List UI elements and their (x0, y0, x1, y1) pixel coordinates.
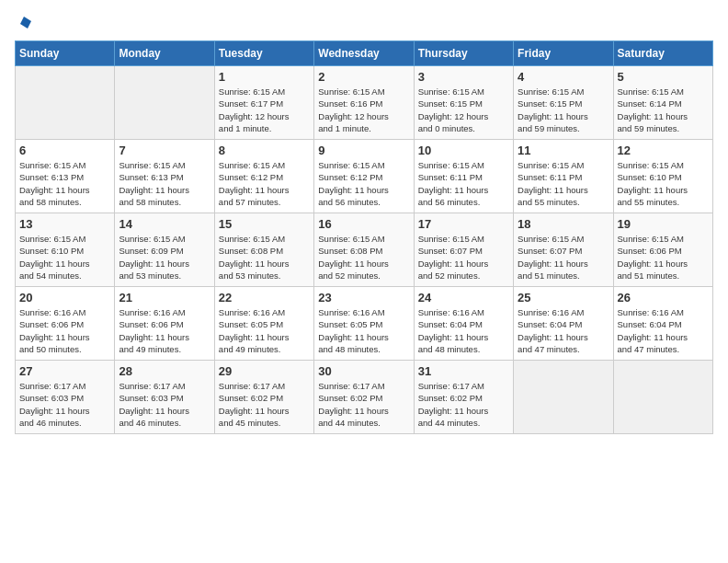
day-number: 5 (618, 70, 709, 84)
calendar-cell: 11Sunrise: 6:15 AM Sunset: 6:11 PM Dayli… (514, 140, 613, 213)
day-number: 2 (318, 70, 409, 84)
day-info: Sunrise: 6:17 AM Sunset: 6:03 PM Dayligh… (19, 380, 110, 429)
day-number: 18 (518, 217, 609, 231)
day-number: 7 (119, 144, 210, 157)
day-info: Sunrise: 6:16 AM Sunset: 6:04 PM Dayligh… (518, 306, 609, 355)
page-header (15, 15, 713, 33)
day-number: 30 (318, 364, 409, 378)
header-sunday: Sunday (16, 41, 115, 66)
day-info: Sunrise: 6:15 AM Sunset: 6:15 PM Dayligh… (518, 86, 609, 134)
day-number: 8 (219, 144, 310, 157)
header-saturday: Saturday (613, 41, 712, 66)
day-info: Sunrise: 6:15 AM Sunset: 6:10 PM Dayligh… (618, 159, 709, 208)
day-number: 28 (119, 364, 210, 378)
calendar-cell: 8Sunrise: 6:15 AM Sunset: 6:12 PM Daylig… (214, 140, 313, 213)
calendar-table: SundayMondayTuesdayWednesdayThursdayFrid… (15, 40, 713, 434)
day-info: Sunrise: 6:15 AM Sunset: 6:07 PM Dayligh… (418, 233, 509, 282)
day-number: 24 (418, 291, 509, 304)
header-monday: Monday (115, 41, 214, 66)
logo-icon (17, 15, 33, 31)
calendar-week-4: 20Sunrise: 6:16 AM Sunset: 6:06 PM Dayli… (16, 287, 713, 361)
day-number: 16 (318, 217, 409, 231)
day-info: Sunrise: 6:15 AM Sunset: 6:07 PM Dayligh… (518, 233, 609, 282)
day-info: Sunrise: 6:15 AM Sunset: 6:09 PM Dayligh… (119, 233, 210, 282)
calendar-cell: 7Sunrise: 6:15 AM Sunset: 6:13 PM Daylig… (115, 140, 214, 213)
calendar-cell: 31Sunrise: 6:17 AM Sunset: 6:02 PM Dayli… (414, 361, 513, 434)
calendar-cell: 26Sunrise: 6:16 AM Sunset: 6:04 PM Dayli… (613, 287, 712, 361)
day-number: 11 (518, 144, 609, 157)
calendar-cell: 24Sunrise: 6:16 AM Sunset: 6:04 PM Dayli… (414, 287, 513, 361)
day-info: Sunrise: 6:15 AM Sunset: 6:08 PM Dayligh… (318, 233, 409, 282)
day-number: 3 (418, 70, 509, 84)
calendar-cell: 14Sunrise: 6:15 AM Sunset: 6:09 PM Dayli… (115, 213, 214, 287)
day-number: 1 (219, 70, 310, 84)
calendar-cell: 9Sunrise: 6:15 AM Sunset: 6:12 PM Daylig… (314, 140, 414, 213)
calendar-cell: 4Sunrise: 6:15 AM Sunset: 6:15 PM Daylig… (514, 66, 613, 140)
calendar-cell: 18Sunrise: 6:15 AM Sunset: 6:07 PM Dayli… (514, 213, 613, 287)
day-number: 22 (219, 291, 310, 304)
day-info: Sunrise: 6:17 AM Sunset: 6:02 PM Dayligh… (318, 380, 409, 429)
calendar-cell: 21Sunrise: 6:16 AM Sunset: 6:06 PM Dayli… (115, 287, 214, 361)
calendar-week-3: 13Sunrise: 6:15 AM Sunset: 6:10 PM Dayli… (16, 213, 713, 287)
calendar-week-5: 27Sunrise: 6:17 AM Sunset: 6:03 PM Dayli… (16, 361, 713, 434)
calendar-cell: 2Sunrise: 6:15 AM Sunset: 6:16 PM Daylig… (314, 66, 414, 140)
header-friday: Friday (514, 41, 613, 66)
day-number: 13 (19, 217, 110, 231)
calendar-cell (115, 66, 214, 140)
day-info: Sunrise: 6:16 AM Sunset: 6:06 PM Dayligh… (19, 306, 110, 355)
day-info: Sunrise: 6:15 AM Sunset: 6:17 PM Dayligh… (219, 86, 310, 134)
day-info: Sunrise: 6:15 AM Sunset: 6:06 PM Dayligh… (618, 233, 709, 282)
calendar-cell: 29Sunrise: 6:17 AM Sunset: 6:02 PM Dayli… (214, 361, 313, 434)
day-info: Sunrise: 6:15 AM Sunset: 6:14 PM Dayligh… (618, 86, 709, 134)
day-number: 21 (119, 291, 210, 304)
day-info: Sunrise: 6:16 AM Sunset: 6:04 PM Dayligh… (418, 306, 509, 355)
calendar-cell: 5Sunrise: 6:15 AM Sunset: 6:14 PM Daylig… (613, 66, 712, 140)
day-info: Sunrise: 6:16 AM Sunset: 6:04 PM Dayligh… (618, 306, 709, 355)
day-number: 26 (618, 291, 709, 304)
calendar-cell: 1Sunrise: 6:15 AM Sunset: 6:17 PM Daylig… (214, 66, 313, 140)
header-wednesday: Wednesday (314, 41, 414, 66)
day-number: 17 (418, 217, 509, 231)
day-info: Sunrise: 6:15 AM Sunset: 6:10 PM Dayligh… (19, 233, 110, 282)
calendar-cell: 25Sunrise: 6:16 AM Sunset: 6:04 PM Dayli… (514, 287, 613, 361)
day-number: 20 (19, 291, 110, 304)
calendar-cell: 13Sunrise: 6:15 AM Sunset: 6:10 PM Dayli… (16, 213, 115, 287)
day-number: 15 (219, 217, 310, 231)
calendar-cell: 6Sunrise: 6:15 AM Sunset: 6:13 PM Daylig… (16, 140, 115, 213)
calendar-week-1: 1Sunrise: 6:15 AM Sunset: 6:17 PM Daylig… (16, 66, 713, 140)
day-number: 23 (318, 291, 409, 304)
day-info: Sunrise: 6:15 AM Sunset: 6:15 PM Dayligh… (418, 86, 509, 134)
day-number: 12 (618, 144, 709, 157)
day-info: Sunrise: 6:17 AM Sunset: 6:02 PM Dayligh… (418, 380, 509, 429)
header-thursday: Thursday (414, 41, 513, 66)
day-info: Sunrise: 6:17 AM Sunset: 6:03 PM Dayligh… (119, 380, 210, 429)
calendar-cell: 16Sunrise: 6:15 AM Sunset: 6:08 PM Dayli… (314, 213, 414, 287)
calendar-header-row: SundayMondayTuesdayWednesdayThursdayFrid… (16, 41, 713, 66)
day-number: 25 (518, 291, 609, 304)
day-number: 27 (19, 364, 110, 378)
day-info: Sunrise: 6:15 AM Sunset: 6:12 PM Dayligh… (219, 159, 310, 208)
day-number: 10 (418, 144, 509, 157)
header-tuesday: Tuesday (214, 41, 313, 66)
calendar-cell: 15Sunrise: 6:15 AM Sunset: 6:08 PM Dayli… (214, 213, 313, 287)
calendar-cell: 12Sunrise: 6:15 AM Sunset: 6:10 PM Dayli… (613, 140, 712, 213)
day-info: Sunrise: 6:15 AM Sunset: 6:13 PM Dayligh… (19, 159, 110, 208)
day-number: 9 (318, 144, 409, 157)
day-number: 6 (19, 144, 110, 157)
logo (15, 15, 33, 33)
calendar-week-2: 6Sunrise: 6:15 AM Sunset: 6:13 PM Daylig… (16, 140, 713, 213)
day-number: 29 (219, 364, 310, 378)
day-number: 31 (418, 364, 509, 378)
day-info: Sunrise: 6:15 AM Sunset: 6:13 PM Dayligh… (119, 159, 210, 208)
day-number: 19 (618, 217, 709, 231)
day-info: Sunrise: 6:15 AM Sunset: 6:12 PM Dayligh… (318, 159, 409, 208)
day-info: Sunrise: 6:16 AM Sunset: 6:06 PM Dayligh… (119, 306, 210, 355)
day-number: 14 (119, 217, 210, 231)
day-number: 4 (518, 70, 609, 84)
day-info: Sunrise: 6:15 AM Sunset: 6:16 PM Dayligh… (318, 86, 409, 134)
day-info: Sunrise: 6:15 AM Sunset: 6:11 PM Dayligh… (418, 159, 509, 208)
calendar-cell: 27Sunrise: 6:17 AM Sunset: 6:03 PM Dayli… (16, 361, 115, 434)
calendar-cell: 10Sunrise: 6:15 AM Sunset: 6:11 PM Dayli… (414, 140, 513, 213)
calendar-cell: 3Sunrise: 6:15 AM Sunset: 6:15 PM Daylig… (414, 66, 513, 140)
calendar-cell: 30Sunrise: 6:17 AM Sunset: 6:02 PM Dayli… (314, 361, 414, 434)
